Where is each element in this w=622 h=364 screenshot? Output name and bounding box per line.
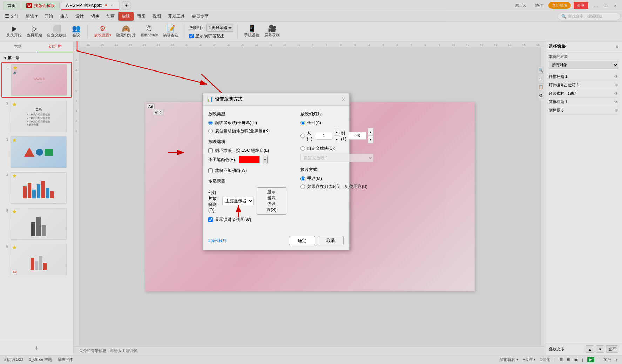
play-type-section: 放映类型 演讲者放映(全屏幕)(P) 展台自动循环放映(全屏幕)(K) [208,111,286,134]
dialog-body: 放映类型 演讲者放映(全屏幕)(P) 展台自动循环放映(全屏幕)(K) [203,106,349,233]
play-slides-custom[interactable]: 自定义放映(C): [300,146,373,151]
pen-color-label: 绘图笔颜色(E): [208,157,236,163]
presenter-view-dialog-input[interactable] [208,217,213,222]
to-label: 到(T): [341,130,347,141]
play-slides-all-radio[interactable] [300,121,305,125]
to-down-button[interactable]: ▼ [368,136,373,143]
multi-monitor-title: 多显示器 [208,178,286,184]
transition-group: 手动(M) 如果存在排练时间，则使用它(U) [300,176,373,190]
play-slides-section: 放映幻灯片 全部(A) 从(F): [300,111,373,162]
custom-play-select: 自定义放映 1 [300,154,373,162]
from-up-button[interactable]: ▲ [334,128,339,136]
play-type-radio-group: 演讲者放映(全屏幕)(P) 展台自动循环放映(全屏幕)(K) [208,120,286,134]
no-animation-input[interactable] [208,168,213,173]
dialog-hint[interactable]: ℹ 操作技巧 [208,238,227,243]
multi-monitor-section: 多显示器 幻灯片放映到(O): 主要显示器 显示器高级设置(S) 显示演讲者视图… [208,178,286,223]
play-slides-from-radio[interactable] [300,134,305,138]
dialog-columns: 放映类型 演讲者放映(全屏幕)(P) 展台自动循环放映(全屏幕)(K) [208,111,344,228]
no-animation-checkbox[interactable]: 放映不加动画(W) [208,168,286,174]
dialog-right-col: 放映幻灯片 全部(A) 从(F): [300,111,373,228]
display-to-row: 幻灯片放映到(O): 主要显示器 显示器高级设置(S) [208,187,286,215]
display-to-label: 幻灯片放映到(O): [208,190,219,213]
play-type-presenter[interactable]: 演讲者放映(全屏幕)(P) [208,120,286,126]
play-slides-from-label: 从(F): [307,130,314,141]
from-down-button[interactable]: ▼ [334,136,339,143]
play-options-section: 放映选项 循环放映，按 ESC 键终止(L) 绘图笔颜色(E): ▼ [208,139,286,174]
dialog-left-col: 放映类型 演讲者放映(全屏幕)(P) 展台自动循环放映(全屏幕)(K) [208,111,286,228]
play-slides-title: 放映幻灯片 [300,111,373,117]
transition-section: 换片方式 手动(M) 如果存在排练时间，则使用它(U) [300,167,373,190]
dialog-overlay: 📊 设置放映方式 × 放映类型 演讲者放映(全屏幕)(P) [0,0,622,364]
dialog-footer: ℹ 操作技巧 确定 取消 [203,233,349,250]
hint-icon: ℹ [208,238,210,243]
presenter-view-dialog-checkbox[interactable]: 显示演讲者视图(W) [208,217,286,223]
play-type-auto[interactable]: 展台自动循环放映(全屏幕)(K) [208,128,286,134]
to-spinners: ▲ ▼ [368,128,373,143]
dialog-title-bar: 📊 设置放映方式 × [203,93,349,106]
hint-text: 操作技巧 [211,238,227,243]
play-slides-custom-label: 自定义放映(C): [307,146,335,151]
play-settings-dialog: 📊 设置放映方式 × 放映类型 演讲者放映(全屏幕)(P) [202,93,350,250]
play-type-title: 放映类型 [208,111,286,117]
advanced-display-button[interactable]: 显示器高级设置(S) [257,187,286,215]
to-up-button[interactable]: ▲ [368,128,373,136]
play-type-presenter-radio[interactable] [208,121,213,125]
presenter-view-dialog-label: 显示演讲者视图(W) [215,217,251,223]
play-type-auto-label: 展台自动循环放映(全屏幕)(K) [215,128,270,134]
loop-label: 循环放映，按 ESC 键终止(L) [215,148,269,154]
no-animation-label: 放映不加动画(W) [215,168,247,174]
play-slides-all[interactable]: 全部(A) [300,120,373,126]
play-slides-group: 全部(A) 从(F): ▲ ▼ [300,120,373,162]
play-to-input[interactable] [349,132,366,140]
transition-if-set-radio[interactable] [300,184,305,189]
play-options-group: 循环放映，按 ESC 键终止(L) 绘图笔颜色(E): ▼ 放映不加动画(W) [208,148,286,174]
from-spinners: ▲ ▼ [334,128,339,143]
transition-if-set-label: 如果存在排练时间，则使用它(U) [307,184,368,190]
pen-color-dropdown[interactable]: ▼ [263,156,268,163]
transition-manual-label: 手动(M) [307,176,322,182]
play-options-title: 放映选项 [208,139,286,145]
pen-color-picker[interactable] [239,156,260,163]
play-slides-all-label: 全部(A) [307,120,321,126]
display-to-select[interactable]: 主要显示器 [222,197,254,205]
play-slides-range-row: 从(F): ▲ ▼ 到(T): ▲ [300,128,373,143]
pen-color-row: 绘图笔颜色(E): ▼ [208,156,286,163]
transition-if-set[interactable]: 如果存在排练时间，则使用它(U) [300,184,373,190]
dialog-title-content: 📊 设置放映方式 [207,96,242,102]
dialog-close-button[interactable]: × [342,96,345,102]
transition-manual[interactable]: 手动(M) [300,176,373,182]
play-slides-from[interactable]: 从(F): [300,130,314,141]
dialog-title-text: 设置放映方式 [215,96,242,102]
play-slides-custom-radio[interactable] [300,146,305,151]
play-type-presenter-label: 演讲者放映(全屏幕)(P) [215,120,257,126]
play-from-input[interactable] [315,132,332,140]
transition-manual-radio[interactable] [300,176,305,181]
play-type-auto-radio[interactable] [208,129,213,133]
dialog-action-buttons: 确定 取消 [289,236,344,245]
dialog-cancel-button[interactable]: 取消 [318,236,344,245]
dialog-title-icon: 📊 [207,96,213,102]
transition-title: 换片方式 [300,167,373,173]
dialog-ok-button[interactable]: 确定 [289,236,315,245]
loop-checkbox[interactable]: 循环放映，按 ESC 键终止(L) [208,148,286,154]
loop-input[interactable] [208,148,213,153]
